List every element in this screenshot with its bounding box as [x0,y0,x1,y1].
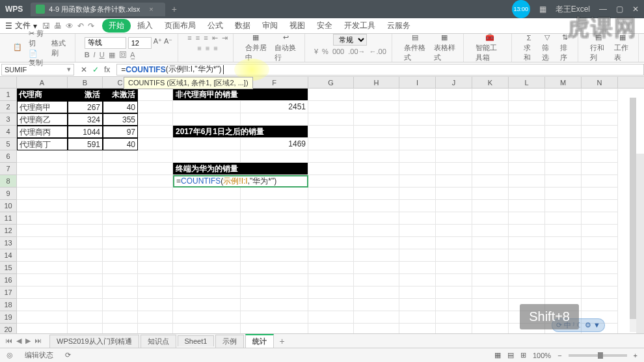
zoom-in-icon[interactable]: + [634,352,637,359]
tab-insert[interactable]: 插入 [132,20,158,31]
vertical-scrollbar[interactable] [630,98,636,332]
row-header[interactable]: 5 [0,138,17,150]
percent-icon[interactable]: % [322,48,329,55]
print-icon[interactable]: 🖶 [54,21,62,31]
tab-page-layout[interactable]: 页面布局 [159,20,201,31]
window-close-icon[interactable]: ✕ [632,5,639,14]
merge-cells-button[interactable]: ▦合并居中 [243,32,270,64]
decrease-decimal-icon[interactable]: .00→ [348,48,365,55]
row-header[interactable]: 7 [0,163,17,175]
sum-button[interactable]: Σ求和 [521,33,537,64]
sheet-tab[interactable]: Sheet1 [178,335,215,346]
increase-font-icon[interactable]: A⁺ [154,37,162,49]
col-header[interactable]: A [17,77,68,88]
indent-left-icon[interactable]: ⇤ [212,34,218,42]
row-header[interactable]: 3 [0,113,17,126]
row-header[interactable]: 9 [0,188,17,200]
tab-review[interactable]: 审阅 [257,20,283,31]
comma-icon[interactable]: 000 [332,48,344,55]
worksheet-button[interactable]: ▦工作表 [611,32,633,64]
smart-toolbox-button[interactable]: 🧰智能工具箱 [473,32,506,64]
active-cell[interactable]: =COUNTIFS(示例!I:I,"华为*") [173,175,308,188]
document-tab[interactable]: 4-9 用函数做多条件计数.xlsx × [31,3,165,16]
spreadsheet-grid[interactable]: A B C D E F G H I J K L M N 123456789101… [0,77,644,337]
cell[interactable]: 非代理商甲的销量 [173,89,308,101]
decrease-font-icon[interactable]: A⁻ [164,37,172,49]
accept-formula-icon[interactable]: ✓ [92,65,99,74]
col-header[interactable]: J [436,77,472,88]
row-header[interactable]: 12 [0,225,17,237]
preview-icon[interactable]: 👁 [66,21,74,31]
increase-decimal-icon[interactable]: ←.00 [369,48,386,55]
view-page-icon[interactable]: ▤ [507,351,514,359]
row-header[interactable]: 15 [0,262,17,274]
minimize-icon[interactable]: — [599,5,607,14]
align-right-icon[interactable]: ≡ [213,44,217,52]
tab-formula[interactable]: 公式 [202,20,228,31]
row-col-button[interactable]: ▤行和列 [587,32,609,64]
border-icon[interactable]: ▦ [109,51,115,59]
align-center-icon[interactable]: ≡ [206,44,209,52]
col-header[interactable]: M [545,77,582,88]
row-header[interactable]: 1 [0,89,17,101]
fx-icon[interactable]: fx [104,65,110,74]
sheet-tab[interactable]: WPS2019从入门到精通 [49,335,139,348]
sheet-nav-prev-icon[interactable]: ◀ [16,337,21,345]
row-header[interactable]: 19 [0,311,17,324]
tab-data[interactable]: 数据 [230,20,256,31]
add-sheet-button[interactable]: + [279,336,284,346]
sheet-nav-next-icon[interactable]: ▶ [25,337,31,345]
col-header[interactable]: G [308,77,354,88]
align-middle-icon[interactable]: ≡ [196,34,200,42]
cell[interactable]: 代理商甲 [17,101,68,113]
indent-right-icon[interactable]: ⇥ [222,34,228,42]
cell[interactable]: 激活 [68,89,103,101]
italic-icon[interactable]: I [94,51,96,59]
table-style-button[interactable]: ▦表格样式 [431,32,459,64]
format-painter-button[interactable]: 格式刷 [49,37,69,59]
row-header[interactable]: 17 [0,286,17,299]
col-header[interactable]: K [472,77,509,88]
font-name-select[interactable] [85,37,126,49]
font-color-icon[interactable]: A̲ [130,51,135,59]
fill-color-icon[interactable]: 🞖 [119,51,126,59]
maximize-icon[interactable]: ▢ [616,5,623,14]
view-split-icon[interactable]: ⊞ [520,351,526,359]
tab-cloud[interactable]: 云服务 [382,20,416,31]
row-header[interactable]: 8 [0,175,17,188]
align-left-icon[interactable]: ≡ [197,44,201,52]
redo-icon[interactable]: ↷ [88,21,94,31]
tab-view[interactable]: 视图 [284,20,310,31]
row-header[interactable]: 16 [0,274,17,286]
zoom-slider[interactable] [569,354,627,357]
cancel-formula-icon[interactable]: ✕ [81,65,87,74]
undo-icon[interactable]: ↶ [77,21,84,31]
sort-button[interactable]: ⇅排序 [557,32,573,64]
row-header[interactable]: 13 [0,237,17,249]
row-header[interactable]: 18 [0,299,17,311]
cell[interactable]: 代理商 [17,89,68,101]
row-header[interactable]: 6 [0,150,17,163]
name-box[interactable]: SUMIF▾ [1,64,74,76]
wrap-text-button[interactable]: ↩自动换行 [272,32,299,64]
row-header[interactable]: 14 [0,249,17,262]
col-header[interactable]: H [354,77,399,88]
add-tab-button[interactable]: + [172,4,177,14]
paste-button[interactable]: 📋 [10,42,26,55]
cell[interactable] [308,89,354,101]
col-header[interactable]: B [68,77,103,88]
row-header[interactable]: 11 [0,212,17,225]
font-size-select[interactable] [128,37,152,49]
col-header[interactable]: N [582,77,618,88]
tab-security[interactable]: 安全 [312,20,338,31]
row-header[interactable]: 4 [0,126,17,138]
row-header[interactable]: 10 [0,200,17,212]
filter-button[interactable]: ▽筛选 [539,32,555,64]
currency-icon[interactable]: ¥ [314,48,318,55]
cell[interactable]: 2451 [241,101,308,113]
conditional-format-button[interactable]: ▤条件格式 [401,32,429,64]
cell[interactable]: 未激活 [103,89,138,101]
zoom-out-icon[interactable]: − [557,352,561,359]
tab-developer[interactable]: 开发工具 [339,20,381,31]
ime-toolbar[interactable]: ⟳ 中 ᴶ ☾ ⚙ ▼ [552,318,605,332]
